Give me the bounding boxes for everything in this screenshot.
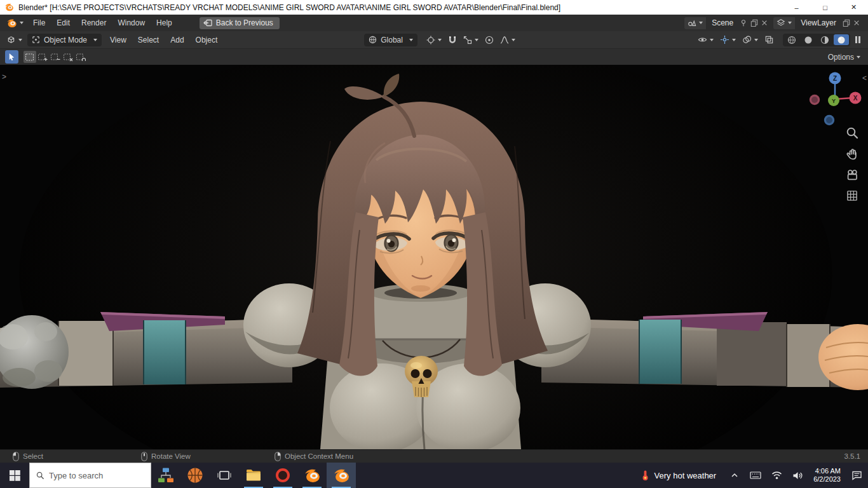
material-sphere-icon	[820, 36, 829, 44]
maximize-button[interactable]: □	[811, 0, 839, 15]
start-button[interactable]	[0, 463, 29, 488]
proportional-editing-toggle[interactable]	[482, 33, 496, 46]
taskbar-search[interactable]	[29, 463, 151, 488]
select-mode-subtract[interactable]	[49, 51, 62, 63]
tray-expand-button[interactable]	[727, 463, 742, 488]
shading-rendered-button[interactable]	[834, 34, 849, 45]
taskbar-app-recorder[interactable]	[268, 463, 297, 488]
task-view-button[interactable]	[210, 463, 239, 488]
taskbar-app-basketball[interactable]	[180, 463, 210, 488]
menu-window[interactable]: Window	[112, 16, 151, 30]
red-ring-icon	[275, 467, 291, 484]
menu-select[interactable]: Select	[132, 33, 165, 47]
window-titlebar: Blender* [H:\SAVE PROJECTS\VRCHATS\READY…	[0, 0, 868, 15]
back-to-previous-button[interactable]: Back to Previous	[200, 17, 280, 29]
header-overflow-button[interactable]	[851, 33, 864, 46]
viewport-3d[interactable]: > < Z X Y	[0, 65, 868, 449]
viewport-nav-tools	[844, 125, 860, 204]
menu-render[interactable]: Render	[76, 16, 112, 30]
search-input[interactable]	[49, 471, 144, 480]
zoom-button[interactable]	[844, 125, 860, 141]
scene-name[interactable]: Scene	[708, 18, 737, 27]
select-mode-intersect[interactable]	[74, 51, 87, 63]
chevron-down-icon	[699, 22, 703, 24]
blender-app-icon	[4, 3, 14, 12]
network-button[interactable]	[769, 463, 784, 488]
volume-button[interactable]	[790, 463, 805, 488]
magnet-icon	[448, 36, 457, 44]
thermometer-icon	[641, 470, 650, 481]
system-tray: Very hot weather 4:06 AM	[635, 463, 868, 488]
sidebar-toggle[interactable]: <	[862, 74, 867, 83]
menu-add[interactable]: Add	[165, 33, 189, 47]
status-hint-rotate-view: Rotate View	[141, 450, 191, 463]
weather-widget[interactable]: Very hot weather	[635, 463, 722, 488]
viewlayer-name[interactable]: ViewLayer	[797, 18, 840, 27]
snap-settings-button[interactable]	[461, 33, 481, 46]
menu-view[interactable]: View	[104, 33, 132, 47]
mode-selector[interactable]: Object Mode	[27, 34, 102, 46]
pin-icon[interactable]	[739, 19, 748, 27]
taskbar-app-explorer[interactable]	[239, 463, 268, 488]
scene-selector[interactable]: Scene	[684, 17, 768, 29]
clock-widget[interactable]: 4:06 AM 6/2/2023	[811, 467, 843, 484]
options-dropdown[interactable]: Options	[828, 53, 863, 62]
overlays-dropdown[interactable]	[740, 33, 761, 46]
pan-button[interactable]	[844, 146, 860, 162]
mouse-middle-icon	[141, 452, 147, 461]
browse-viewlayer-button[interactable]	[773, 17, 795, 29]
pivot-point-button[interactable]	[424, 33, 444, 46]
viewlayer-selector[interactable]: ViewLayer	[773, 17, 860, 29]
grid-icon	[846, 189, 858, 202]
minimize-button[interactable]: –	[782, 0, 811, 15]
menu-object[interactable]: Object	[190, 33, 224, 47]
shading-solid-button[interactable]	[801, 34, 816, 45]
menu-bar-right: Scene ViewLayer	[684, 17, 865, 29]
active-tool-select-box[interactable]	[5, 50, 18, 64]
chevron-up-icon	[730, 471, 739, 480]
taskbar-app-blender-active[interactable]	[327, 463, 356, 488]
select-mode-extend[interactable]	[36, 51, 49, 63]
action-center-button[interactable]	[849, 463, 864, 488]
new-scene-button[interactable]	[750, 19, 759, 27]
select-mode-invert[interactable]	[62, 51, 74, 63]
browse-scene-button[interactable]	[684, 17, 706, 29]
viewport-display-controls	[695, 33, 864, 46]
menu-edit[interactable]: Edit	[51, 16, 76, 30]
shading-wireframe-button[interactable]	[784, 34, 799, 45]
gizmos-dropdown[interactable]	[717, 33, 738, 46]
chevron-down-icon	[20, 22, 24, 24]
menu-help[interactable]: Help	[151, 16, 178, 30]
eye-icon	[698, 35, 707, 44]
new-viewlayer-button[interactable]	[842, 19, 851, 27]
taskbar-app-blender[interactable]	[297, 463, 327, 488]
mode-label: Object Mode	[44, 36, 87, 44]
remove-viewlayer-button[interactable]	[853, 20, 860, 26]
clock-time: 4:06 AM	[813, 467, 841, 475]
snap-toggle-button[interactable]	[445, 33, 459, 46]
object-visibility-dropdown[interactable]	[695, 33, 716, 46]
taskbar-app-diagram[interactable]	[151, 463, 180, 488]
blender-menu-button[interactable]	[3, 16, 27, 30]
shading-material-button[interactable]	[817, 34, 832, 45]
touch-keyboard-icon	[750, 471, 761, 480]
ortho-grid-button[interactable]	[844, 187, 860, 204]
navigation-gizmo[interactable]: Z X Y	[808, 70, 862, 128]
orientation-label: Global	[381, 36, 403, 44]
menu-file[interactable]: File	[27, 16, 51, 30]
falloff-dropdown-button[interactable]	[498, 33, 518, 46]
search-icon	[36, 471, 44, 480]
globe-icon	[369, 36, 377, 44]
toolbar-toggle[interactable]: >	[2, 72, 6, 81]
editor-type-button[interactable]	[4, 33, 25, 46]
proportional-circle-icon	[485, 36, 494, 44]
unlink-scene-button[interactable]	[761, 20, 768, 26]
xray-toggle[interactable]	[762, 33, 776, 46]
touch-keyboard-button[interactable]	[748, 463, 763, 488]
blender-logo-icon	[6, 18, 17, 29]
camera-view-button[interactable]	[844, 166, 860, 183]
select-mode-new[interactable]	[24, 51, 36, 63]
orientation-selector[interactable]: Global	[364, 34, 417, 46]
select-cursor-icon	[8, 53, 16, 61]
close-button[interactable]: ✕	[839, 0, 868, 15]
